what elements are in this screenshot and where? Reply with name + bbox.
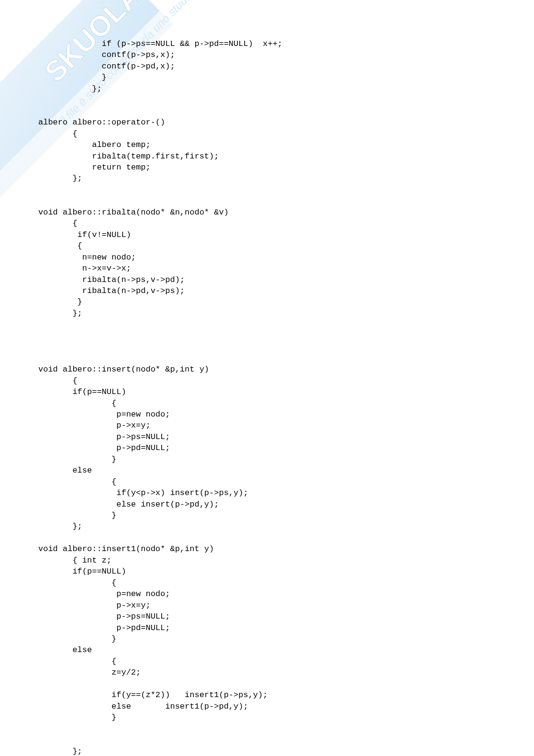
code-line: p->x=y;	[38, 421, 151, 430]
code-line: {	[38, 477, 116, 486]
code-line: {	[38, 376, 78, 385]
code-line: albero albero::operator-()	[38, 118, 165, 127]
code-line: {	[38, 399, 116, 408]
code-line: if (p->ps==NULL && p->pd==NULL) x++;	[38, 39, 282, 48]
code-line: { int z;	[38, 556, 111, 565]
code-line: p->x=y;	[38, 601, 151, 610]
code-line: {	[38, 129, 78, 138]
code-line: void albero::insert(nodo* &p,int y)	[38, 365, 209, 374]
code-line: {	[38, 657, 116, 666]
code-line: }	[38, 511, 116, 520]
code-line: albero temp;	[38, 140, 151, 149]
code-line: }	[38, 455, 116, 464]
code-line: {	[38, 219, 78, 228]
code-line: ribalta(n->ps,v->pd);	[38, 275, 185, 284]
code-line: n=new nodo;	[38, 253, 136, 262]
code-line: }	[38, 634, 116, 643]
code-line: if(v!=NULL)	[38, 230, 131, 239]
code-line: ribalta(n->pd,v->ps);	[38, 286, 185, 295]
code-line: {	[38, 241, 82, 250]
code-line: void albero::ribalta(nodo* &n,nodo* &v)	[38, 208, 229, 217]
code-line: p->pd=NULL;	[38, 623, 170, 632]
code-line: }	[38, 713, 116, 722]
code-line: else	[38, 466, 92, 475]
code-line: p->pd=NULL;	[38, 443, 170, 452]
code-line: {	[38, 578, 116, 587]
code-line: if(p==NULL)	[38, 387, 126, 396]
code-line: };	[38, 174, 82, 183]
code-line: };	[38, 84, 102, 93]
code-line: return temp;	[38, 163, 151, 172]
code-line: void albero::insert1(nodo* &p,int y)	[38, 544, 214, 553]
code-line: else insert(p->pd,y);	[38, 500, 219, 509]
code-line: p=new nodo;	[38, 410, 170, 419]
code-line: n->x=v->x;	[38, 264, 131, 273]
code-line: else	[38, 645, 92, 654]
code-line: contf(p->pd,x);	[38, 62, 175, 71]
code-line: if(y==(z*2)) insert1(p->ps,y);	[38, 690, 267, 700]
code-line: contf(p->ps,x);	[38, 50, 175, 59]
code-line: };	[38, 747, 82, 756]
code-line: p=new nodo;	[38, 589, 170, 598]
code-line: p->ps=NULL;	[38, 612, 170, 621]
code-line: }	[38, 73, 107, 82]
code-line: z=y/2;	[38, 668, 141, 677]
code-line: if(p==NULL)	[38, 567, 126, 576]
code-line: ribalta(temp.first,first);	[38, 152, 219, 161]
code-line: else insert1(p->pd,y);	[38, 702, 248, 711]
code-line: };	[38, 309, 82, 318]
code-line: p->ps=NULL;	[38, 432, 170, 441]
code-line: if(y<p->x) insert(p->ps,y);	[38, 488, 248, 497]
code-line: };	[38, 522, 82, 531]
code-line: }	[38, 297, 82, 306]
code-block: if (p->ps==NULL && p->pd==NULL) x++; con…	[0, 0, 534, 756]
